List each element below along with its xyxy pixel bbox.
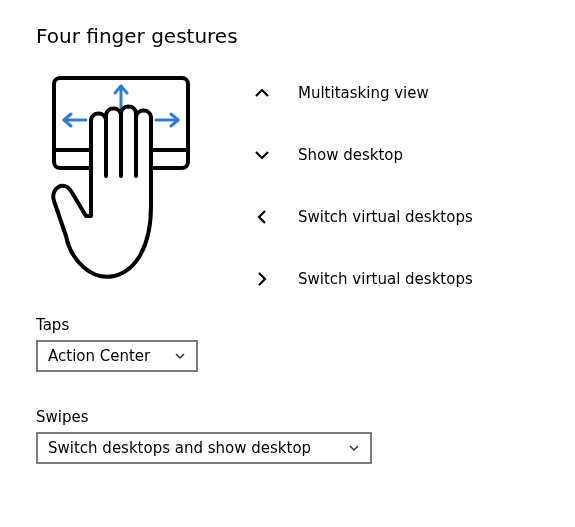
swipes-select[interactable]: Switch desktops and show desktop	[36, 432, 372, 464]
taps-select[interactable]: Action Center	[36, 340, 198, 372]
gesture-label: Multitasking view	[298, 84, 429, 102]
chevron-right-icon	[254, 271, 270, 287]
swipes-label: Swipes	[36, 408, 539, 426]
settings-panel: Four finger gestures	[0, 0, 575, 488]
taps-select-value: Action Center	[48, 347, 150, 365]
gesture-swipe-up: Multitasking view	[254, 84, 539, 102]
taps-label: Taps	[36, 316, 539, 334]
section-title: Four finger gestures	[36, 24, 539, 48]
gesture-list: Multitasking view Show desktop Switch vi…	[254, 76, 539, 288]
gesture-label: Switch virtual desktops	[298, 208, 473, 226]
chevron-down-icon	[348, 442, 360, 454]
gesture-label: Show desktop	[298, 146, 403, 164]
gesture-swipe-right: Switch virtual desktops	[254, 270, 539, 288]
chevron-left-icon	[254, 209, 270, 225]
gesture-swipe-down: Show desktop	[254, 146, 539, 164]
gesture-swipe-left: Switch virtual desktops	[254, 208, 539, 226]
chevron-down-icon	[254, 147, 270, 163]
gesture-label: Switch virtual desktops	[298, 270, 473, 288]
swipes-select-value: Switch desktops and show desktop	[48, 439, 311, 457]
chevron-up-icon	[254, 85, 270, 101]
four-finger-gesture-illustration	[36, 76, 206, 296]
gesture-overview: Multitasking view Show desktop Switch vi…	[36, 76, 539, 296]
chevron-down-icon	[174, 350, 186, 362]
